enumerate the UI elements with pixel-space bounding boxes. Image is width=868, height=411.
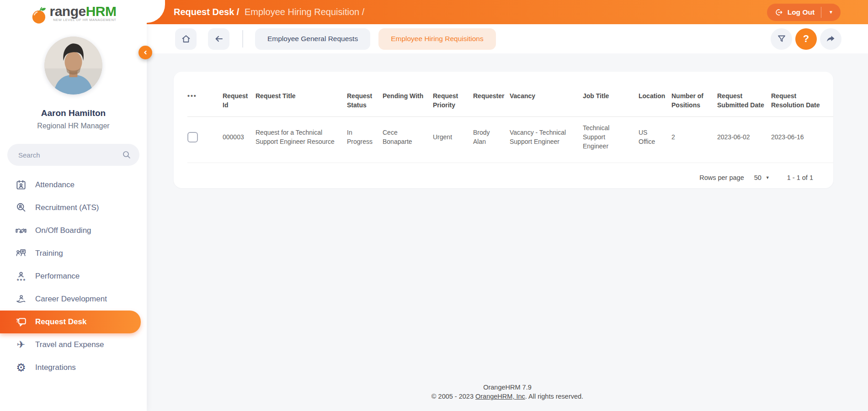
footer-copyright: © 2005 - 2023 OrangeHRM, Inc. All rights… <box>147 392 868 401</box>
sidebar-item-onoff-boarding[interactable]: On/Off Boarding <box>0 219 147 242</box>
share-button[interactable] <box>820 28 841 50</box>
page-footer: OrangeHRM 7.9 © 2005 - 2023 OrangeHRM, I… <box>147 383 868 401</box>
cell-pending-with: Cece Bonaparte <box>383 117 433 163</box>
col-header-job-title: Job Title <box>583 72 639 117</box>
sidebar-item-recruitment[interactable]: Recruitment (ATS) <box>0 196 147 219</box>
footer-version: OrangeHRM 7.9 <box>147 383 868 392</box>
col-header-request-resolution-date: Request Resolution Date <box>771 72 833 117</box>
col-header-requester: Requester <box>473 72 510 117</box>
sidebar-item-performance[interactable]: ★★★ Performance <box>0 265 147 288</box>
user-role: Regional HR Manager <box>0 122 147 130</box>
col-header-pending-with: Pending With <box>383 72 433 117</box>
col-header-request-status: Request Status <box>347 72 383 117</box>
logout-button[interactable]: Log Out <box>774 8 815 17</box>
col-header-vacancy: Vacancy <box>510 72 583 117</box>
sidebar-collapse-button[interactable] <box>138 46 152 59</box>
handshake-icon <box>15 224 27 237</box>
sidebar-item-label: Career Development <box>35 295 107 304</box>
attendance-calendar-icon <box>15 179 27 191</box>
copyright-suffix: . All rights reserved. <box>525 393 583 400</box>
cell-request-status: In Progress <box>347 117 383 163</box>
back-arrow-icon <box>213 33 224 44</box>
breadcrumb: Request Desk / Employee Hiring Requisiti… <box>174 7 364 17</box>
caret-down-icon: ▼ <box>829 10 833 15</box>
search-input[interactable] <box>7 144 139 166</box>
logo-text: range HRM NEW LEVEL OF HR MANAGEMENT <box>49 4 116 22</box>
logo-text-range: range <box>49 4 85 19</box>
col-header-request-id: Request Id <box>223 72 256 117</box>
secondary-toolbar: Employee General Requests Employee Hirin… <box>147 24 868 53</box>
career-hand-person-icon <box>15 293 27 306</box>
col-header-number-of-positions: Number of Positions <box>671 72 717 117</box>
chevron-left-icon <box>141 48 149 57</box>
caret-down-icon: ▼ <box>766 175 770 180</box>
copyright-prefix: © 2005 - 2023 <box>431 393 475 400</box>
home-icon <box>181 33 192 44</box>
table-header-row: ••• Request Id Request Title Request Sta… <box>187 72 833 117</box>
sidebar-item-career-development[interactable]: Career Development <box>0 288 147 311</box>
rows-per-page-select[interactable]: 50 ▼ <box>754 174 770 181</box>
logout-separator <box>821 7 821 18</box>
pagination-bar: Rows per page 50 ▼ 1 - 1 of 1 <box>187 174 833 181</box>
orangehrm-app: Request Desk / Employee Hiring Requisiti… <box>0 0 868 411</box>
logout-label: Log Out <box>788 8 815 16</box>
logout-button-group: Log Out ▼ <box>767 4 841 21</box>
pagination-range: 1 - 1 of 1 <box>787 174 813 181</box>
cell-request-title: Request for a Technical Support Engineer… <box>256 117 347 163</box>
sidebar-item-request-desk[interactable]: ? Request Desk <box>0 311 141 333</box>
cell-request-id: 000003 <box>223 117 256 163</box>
user-name: Aaron Hamilton <box>0 108 147 118</box>
tab-employee-hiring-requisitions[interactable]: Employee Hiring Requisitions <box>378 28 495 50</box>
performance-stars-icon: ★★★ <box>15 270 27 283</box>
row-options-ellipsis-icon[interactable]: ••• <box>187 92 197 100</box>
search-icon <box>121 149 132 160</box>
svg-text:★★★: ★★★ <box>16 278 26 282</box>
cell-job-title: Technical Support Engineer <box>583 117 639 163</box>
filter-funnel-icon <box>776 33 787 44</box>
cell-vacancy: Vacancy - Technical Support Engineer <box>510 117 583 163</box>
logo-text-hrm: HRM <box>86 4 117 19</box>
sidebar-nav: Attendance Recruitment (ATS) <box>0 174 147 379</box>
back-button[interactable] <box>208 28 229 50</box>
request-chat-question-icon: ? <box>15 316 27 328</box>
breadcrumb-secondary: Employee Hiring Requisition / <box>245 7 364 17</box>
logout-icon <box>774 8 783 17</box>
company-link[interactable]: OrangeHRM, Inc <box>475 393 525 400</box>
logout-dropdown-caret[interactable]: ▼ <box>826 8 836 16</box>
orange-fruit-logo-icon <box>30 5 49 25</box>
rows-per-page-label: Rows per page <box>699 174 744 181</box>
col-header-request-priority: Request Priority <box>433 72 473 117</box>
filter-button[interactable] <box>771 28 792 50</box>
row-checkbox[interactable] <box>187 132 198 142</box>
sidebar-item-travel-and-expense[interactable]: ✈ Travel and Expense <box>0 333 147 356</box>
logo-tagline: NEW LEVEL OF HR MANAGEMENT <box>49 18 116 22</box>
airplane-icon: ✈ <box>15 338 27 351</box>
training-presentation-icon <box>15 247 27 260</box>
help-button[interactable]: ? <box>795 28 817 50</box>
table-row: 000003 Request for a Technical Support E… <box>187 117 833 163</box>
sidebar-item-label: Integrations <box>35 363 76 372</box>
sidebar-item-integrations[interactable]: ⚙ Integrations <box>0 356 147 379</box>
col-header-location: Location <box>639 72 671 117</box>
sidebar-item-training[interactable]: Training <box>0 242 147 265</box>
toolbar-divider <box>242 30 243 47</box>
tab-employee-general-requests[interactable]: Employee General Requests <box>255 28 370 50</box>
svg-text:?: ? <box>16 317 19 324</box>
sidebar-item-label: Attendance <box>35 180 75 190</box>
col-header-request-title: Request Title <box>256 72 347 117</box>
orangehrm-logo: range HRM NEW LEVEL OF HR MANAGEMENT <box>0 4 147 25</box>
home-button[interactable] <box>175 28 197 50</box>
sidebar-item-attendance[interactable]: Attendance <box>0 174 147 196</box>
sidebar: range HRM NEW LEVEL OF HR MANAGEMENT <box>0 0 147 411</box>
sidebar-item-label: Recruitment (ATS) <box>35 203 99 212</box>
share-arrow-icon <box>825 33 836 44</box>
sidebar-item-label: Performance <box>35 272 80 281</box>
integrations-gear-icon: ⚙ <box>15 361 27 374</box>
sidebar-item-label: Training <box>35 249 63 258</box>
col-header-request-submitted-date: Request Submitted Date <box>717 72 771 117</box>
cell-request-resolution-date: 2023-06-16 <box>771 117 833 163</box>
user-avatar <box>44 37 102 95</box>
help-question-icon: ? <box>803 33 809 45</box>
cell-number-of-positions: 2 <box>671 117 717 163</box>
sidebar-search <box>7 144 139 166</box>
